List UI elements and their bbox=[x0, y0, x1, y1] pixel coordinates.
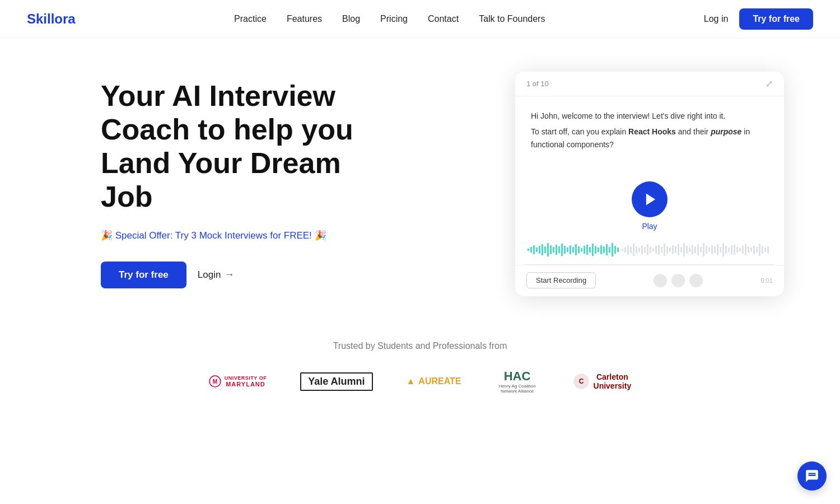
header-actions: Log in Try for free bbox=[704, 8, 813, 30]
control-dot-3[interactable] bbox=[689, 274, 703, 287]
svg-rect-11 bbox=[556, 245, 557, 255]
header: Skillora Practice Features Blog Pricing … bbox=[0, 0, 840, 38]
nav-features[interactable]: Features bbox=[287, 14, 322, 24]
svg-rect-33 bbox=[617, 248, 619, 252]
svg-rect-50 bbox=[666, 246, 668, 254]
svg-marker-0 bbox=[646, 194, 655, 206]
svg-rect-40 bbox=[638, 248, 640, 252]
control-dot-1[interactable] bbox=[654, 274, 667, 287]
svg-rect-30 bbox=[609, 247, 610, 253]
svg-rect-22 bbox=[586, 245, 588, 255]
svg-rect-6 bbox=[542, 244, 543, 255]
yale-label: Yale Alumni bbox=[300, 372, 372, 391]
svg-rect-45 bbox=[652, 248, 654, 251]
svg-rect-77 bbox=[742, 246, 744, 254]
card-counter: 1 of 10 bbox=[526, 80, 549, 88]
svg-rect-28 bbox=[603, 246, 605, 253]
svg-rect-75 bbox=[736, 247, 738, 253]
svg-rect-19 bbox=[578, 246, 580, 253]
hero-title: Your AI Interview Coach to help you Land… bbox=[101, 80, 381, 213]
waveform bbox=[515, 240, 784, 260]
svg-rect-72 bbox=[728, 248, 730, 252]
svg-rect-61 bbox=[697, 244, 699, 255]
svg-rect-8 bbox=[547, 243, 549, 256]
svg-rect-25 bbox=[595, 246, 596, 254]
svg-rect-62 bbox=[700, 247, 702, 253]
login-hero-label: Login bbox=[198, 269, 221, 281]
svg-rect-67 bbox=[714, 246, 716, 253]
svg-rect-65 bbox=[708, 248, 710, 252]
card-bottom-bar: Start Recording 0:01 bbox=[515, 265, 784, 296]
svg-rect-15 bbox=[567, 248, 568, 252]
nav-talk-to-founders[interactable]: Talk to Founders bbox=[479, 14, 545, 24]
interview-message-question: To start off, can you explain React Hook… bbox=[531, 125, 768, 151]
svg-rect-29 bbox=[606, 244, 608, 255]
svg-rect-43 bbox=[647, 244, 648, 255]
svg-text:C: C bbox=[578, 377, 584, 385]
logo-yale: Yale Alumni bbox=[300, 372, 372, 391]
svg-rect-82 bbox=[756, 247, 758, 253]
play-button[interactable] bbox=[632, 181, 668, 217]
svg-rect-26 bbox=[598, 248, 599, 252]
hero-right: 1 of 10 ⤢ Hi John, welcome to the interv… bbox=[442, 72, 784, 296]
svg-rect-54 bbox=[678, 244, 679, 255]
hac-label: HAC bbox=[495, 369, 540, 384]
msg-prefix: To start off, can you explain bbox=[531, 127, 628, 136]
interview-message-intro: Hi John, welcome to the interview! Let's… bbox=[531, 110, 768, 122]
nav-pricing[interactable]: Pricing bbox=[380, 14, 408, 24]
svg-rect-31 bbox=[612, 243, 613, 256]
svg-rect-74 bbox=[734, 245, 735, 255]
svg-rect-63 bbox=[703, 243, 704, 256]
svg-rect-20 bbox=[581, 248, 582, 251]
svg-rect-69 bbox=[720, 247, 721, 253]
login-button[interactable]: Log in bbox=[704, 14, 729, 24]
trusted-title: Trusted by Students and Professionals fr… bbox=[45, 341, 795, 351]
login-hero-button[interactable]: Login → bbox=[198, 269, 235, 281]
umd-emblem-icon: M bbox=[209, 375, 221, 388]
svg-rect-16 bbox=[570, 245, 571, 254]
svg-rect-3 bbox=[533, 245, 535, 254]
nav-practice[interactable]: Practice bbox=[234, 14, 267, 24]
svg-rect-23 bbox=[589, 247, 591, 253]
svg-rect-86 bbox=[767, 246, 769, 253]
svg-rect-5 bbox=[539, 246, 540, 254]
nav-blog[interactable]: Blog bbox=[342, 14, 360, 24]
svg-rect-52 bbox=[672, 245, 674, 254]
expand-icon[interactable]: ⤢ bbox=[766, 78, 773, 89]
svg-rect-41 bbox=[641, 245, 643, 254]
svg-rect-1 bbox=[528, 249, 529, 251]
svg-rect-70 bbox=[722, 243, 724, 256]
hero-section: Your AI Interview Coach to help you Land… bbox=[0, 38, 840, 319]
svg-rect-4 bbox=[536, 248, 538, 252]
aureate-label: ▲ AUREATE bbox=[407, 376, 461, 386]
svg-rect-85 bbox=[764, 248, 766, 252]
svg-rect-56 bbox=[683, 243, 685, 256]
aureate-chevron-icon: ▲ bbox=[407, 376, 416, 386]
svg-rect-76 bbox=[739, 248, 741, 251]
start-recording-button[interactable]: Start Recording bbox=[526, 272, 596, 288]
svg-rect-42 bbox=[644, 247, 646, 253]
nav-contact[interactable]: Contact bbox=[428, 14, 459, 24]
svg-rect-80 bbox=[750, 248, 752, 252]
svg-rect-10 bbox=[553, 247, 554, 253]
svg-rect-12 bbox=[558, 246, 560, 253]
svg-rect-14 bbox=[564, 246, 566, 254]
brand-logo[interactable]: Skillora bbox=[27, 11, 76, 27]
control-dot-2[interactable] bbox=[671, 274, 685, 287]
try-free-header-button[interactable]: Try for free bbox=[739, 8, 813, 30]
svg-rect-51 bbox=[669, 248, 671, 252]
svg-rect-34 bbox=[622, 249, 623, 251]
try-free-hero-button[interactable]: Try for free bbox=[101, 262, 186, 288]
svg-rect-58 bbox=[689, 248, 690, 252]
chat-button[interactable] bbox=[797, 461, 827, 491]
svg-rect-32 bbox=[614, 246, 616, 254]
chat-icon bbox=[805, 469, 819, 483]
card-top-bar: 1 of 10 ⤢ bbox=[515, 72, 784, 96]
svg-rect-47 bbox=[658, 245, 660, 255]
svg-rect-39 bbox=[636, 246, 637, 254]
hero-left: Your AI Interview Coach to help you Land… bbox=[101, 80, 381, 288]
play-section: Play bbox=[515, 175, 784, 235]
svg-rect-81 bbox=[753, 245, 755, 254]
svg-rect-66 bbox=[711, 245, 713, 254]
svg-rect-2 bbox=[530, 247, 532, 253]
